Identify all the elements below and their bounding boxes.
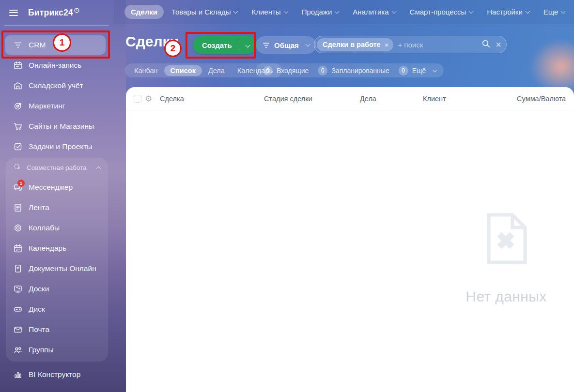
topnav-products-warehouses[interactable]: Товары и Склады bbox=[165, 5, 244, 19]
sidebar-item-groups[interactable]: Группы bbox=[6, 340, 108, 360]
counter-label: Запланированные bbox=[331, 67, 389, 75]
sidebar-item-feed[interactable]: Лента bbox=[6, 197, 108, 218]
chat-icon: 1 bbox=[13, 182, 23, 192]
sidebar-item-messenger[interactable]: 1 Мессенджер bbox=[6, 177, 108, 197]
chevron-down-icon bbox=[433, 67, 437, 72]
chevron-down-icon bbox=[561, 9, 566, 14]
search-input[interactable]: + поиск bbox=[398, 41, 481, 49]
topnav-sales[interactable]: Продажи bbox=[295, 5, 345, 19]
no-data-text: Нет данных bbox=[458, 288, 555, 305]
hamburger-menu-icon[interactable] bbox=[9, 10, 18, 16]
sidebar-item-online-booking[interactable]: Онлайн-запись bbox=[0, 55, 114, 75]
sidebar-item-label: Почта bbox=[29, 325, 49, 334]
sidebar-item-calendar[interactable]: Календарь bbox=[6, 238, 108, 258]
id-card-icon bbox=[13, 390, 23, 392]
counter-more[interactable]: 0 Ещё bbox=[399, 66, 437, 75]
top-navigation-bar: Сделки Товары и Склады Клиенты Продажи А… bbox=[114, 0, 574, 24]
counter-badge: 0 bbox=[263, 66, 273, 75]
sidebar-item-warehouse[interactable]: Складской учёт bbox=[0, 75, 114, 96]
funnel-filter-button[interactable]: Общая bbox=[256, 36, 316, 54]
select-all-checkbox[interactable] bbox=[134, 95, 141, 103]
counter-planned[interactable]: 0 Запланированные bbox=[318, 66, 389, 75]
calendar-icon bbox=[13, 243, 23, 253]
sidebar-item-mail[interactable]: Почта bbox=[6, 319, 108, 340]
counter-badge: 0 bbox=[318, 66, 327, 75]
sidebar-item-collabs[interactable]: Коллабы bbox=[6, 218, 108, 238]
counter-label: Ещё bbox=[412, 67, 426, 75]
sidebar-item-drive[interactable]: Диск bbox=[6, 299, 108, 319]
sidebar-item-boards[interactable]: Доски bbox=[6, 279, 108, 299]
topnav-clients[interactable]: Клиенты bbox=[245, 5, 294, 19]
people-icon bbox=[13, 345, 23, 355]
chevron-up-icon[interactable] bbox=[96, 166, 101, 171]
search-icon[interactable] bbox=[481, 39, 491, 50]
sidebar-item-label: BI Конструктор bbox=[29, 370, 80, 379]
sidebar-item-crm[interactable]: CRM bbox=[5, 35, 106, 55]
topnav-deals-label: Сделки bbox=[131, 8, 157, 16]
counter-badge: 0 bbox=[399, 66, 408, 75]
collaboration-group: Совместная работа 1 Мессенджер Лента Кол… bbox=[6, 158, 108, 362]
create-dropdown[interactable] bbox=[239, 44, 257, 47]
sidebar-menu: CRM Онлайн-запись Складской учёт Маркети… bbox=[0, 26, 114, 392]
sidebar-item-bi-constructor[interactable]: BI Конструктор bbox=[0, 364, 114, 385]
counter-incoming[interactable]: 0 Входящие bbox=[263, 66, 309, 75]
sidebar: Битрикс24 CRM Онлайн-запись Складской уч… bbox=[0, 0, 114, 392]
sidebar-item-sites-stores[interactable]: Сайты и Магазины bbox=[0, 116, 114, 136]
clear-search-icon[interactable]: × bbox=[496, 40, 501, 49]
topnav-more[interactable]: Еще bbox=[537, 5, 572, 19]
collaboration-icon bbox=[13, 163, 21, 172]
document-icon bbox=[13, 264, 23, 273]
sidebar-item-label: Группы bbox=[29, 346, 54, 354]
funnel-icon bbox=[13, 40, 23, 50]
search-filter-tag[interactable]: Сделки в работе × bbox=[317, 38, 393, 51]
sidebar-item-employees[interactable]: Сотрудники bbox=[0, 385, 114, 392]
feed-icon bbox=[13, 203, 23, 212]
search-bar[interactable]: Сделки в работе × + поиск × bbox=[314, 36, 507, 53]
column-header-activities[interactable]: Дела bbox=[360, 95, 376, 103]
topnav-settings[interactable]: Настройки bbox=[481, 5, 536, 19]
logo-clock-icon bbox=[74, 8, 79, 13]
board-icon bbox=[13, 284, 23, 294]
chevron-down-icon bbox=[525, 9, 530, 14]
sidebar-group-label: Совместная работа bbox=[27, 164, 87, 171]
gear-icon[interactable]: ⚙ bbox=[145, 94, 152, 104]
sidebar-item-marketing[interactable]: Маркетинг bbox=[0, 96, 114, 116]
sidebar-item-label: Мессенджер bbox=[29, 183, 73, 192]
bar-chart-icon bbox=[13, 370, 23, 379]
chevron-down-icon bbox=[469, 9, 474, 14]
background-pink-blob bbox=[529, 39, 574, 94]
sidebar-item-label: Сайты и Магазины bbox=[29, 122, 94, 131]
sidebar-item-label: Календарь bbox=[29, 244, 66, 253]
remove-tag-icon[interactable]: × bbox=[385, 41, 389, 49]
column-header-deal[interactable]: Сделка bbox=[160, 95, 184, 103]
chevron-down-icon bbox=[283, 9, 288, 14]
chevron-down-icon bbox=[233, 9, 238, 14]
tab-activities[interactable]: Дела bbox=[202, 65, 231, 76]
topnav-analytics[interactable]: Аналитика bbox=[346, 5, 402, 19]
sidebar-item-label: Онлайн-запись bbox=[29, 61, 81, 70]
sidebar-item-label: Документы Онлайн bbox=[29, 264, 96, 273]
topnav-smart-processes[interactable]: Смарт-процессы bbox=[403, 5, 480, 19]
create-button[interactable]: Создать bbox=[193, 36, 257, 54]
bitrix24-logo[interactable]: Битрикс24 bbox=[28, 8, 73, 18]
hexagon-icon bbox=[13, 223, 23, 233]
topnav-deals[interactable]: Сделки bbox=[124, 5, 164, 19]
no-data-document-icon bbox=[484, 213, 528, 264]
column-header-client[interactable]: Клиент bbox=[423, 95, 446, 103]
logo-row: Битрикс24 bbox=[0, 0, 114, 25]
sidebar-group-collaboration[interactable]: Совместная работа bbox=[6, 158, 108, 177]
tab-list[interactable]: Список bbox=[164, 65, 202, 76]
chevron-down-icon bbox=[391, 9, 396, 14]
column-header-amount[interactable]: Сумма/Валюта bbox=[517, 95, 566, 103]
counter-label: Входящие bbox=[277, 67, 309, 75]
sidebar-item-label: Диск bbox=[29, 305, 45, 314]
tab-kanban[interactable]: Канбан bbox=[128, 65, 164, 76]
sidebar-item-label: Задачи и Проекты bbox=[29, 142, 93, 151]
sidebar-item-documents-online[interactable]: Документы Онлайн bbox=[6, 258, 108, 279]
empty-state: Нет данных bbox=[458, 213, 555, 305]
target-icon bbox=[13, 101, 23, 111]
sidebar-item-tasks-projects[interactable]: Задачи и Проекты bbox=[0, 136, 114, 157]
column-header-stage[interactable]: Стадия сделки bbox=[264, 95, 312, 103]
page-title: Сделки bbox=[125, 33, 179, 50]
warehouse-icon bbox=[13, 81, 23, 90]
